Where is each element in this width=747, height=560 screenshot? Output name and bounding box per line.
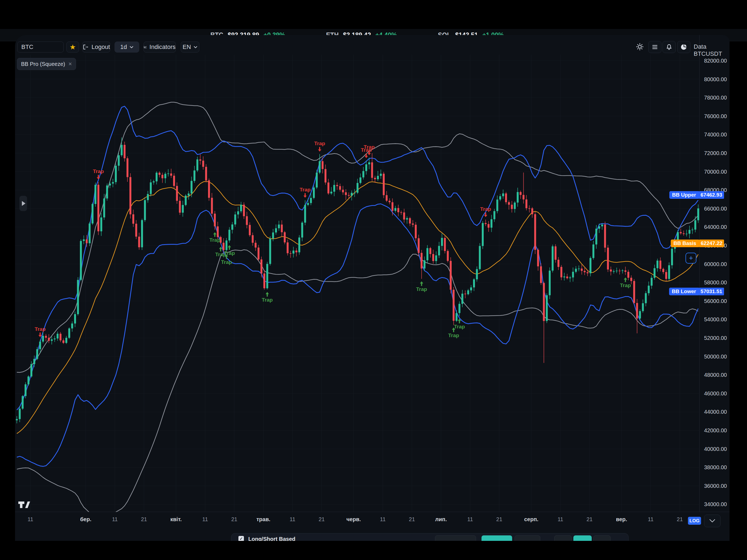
- favorite-star-button[interactable]: ★: [67, 42, 79, 52]
- language-value: EN: [183, 44, 191, 51]
- bb-lower-tag-value: 57031.51: [699, 288, 724, 295]
- svg-text:50000.00: 50000.00: [704, 354, 727, 360]
- svg-text:Trap: Trap: [480, 206, 491, 212]
- chart-line-icon: [144, 45, 147, 50]
- svg-text:21: 21: [318, 516, 325, 522]
- logout-button[interactable]: Logout: [82, 42, 110, 52]
- svg-text:34000.00: 34000.00: [704, 501, 727, 507]
- svg-text:60000.00: 60000.00: [704, 261, 727, 267]
- trading-app-window: TrapTrapTrapTrapTrapTrapTrapTrapTrapTrap…: [15, 35, 729, 541]
- strategy-button-6[interactable]: [593, 535, 611, 541]
- strategy-button-2[interactable]: [482, 535, 512, 541]
- svg-text:44000.00: 44000.00: [704, 409, 727, 415]
- bb-lower-tag-label: BB Lower: [669, 288, 699, 295]
- indicator-chip-label: BB Pro (Squeeze): [21, 61, 65, 67]
- svg-text:21: 21: [496, 516, 502, 522]
- svg-text:46000.00: 46000.00: [704, 390, 727, 397]
- strategy-button-1[interactable]: [435, 535, 476, 541]
- svg-text:Trap: Trap: [209, 237, 221, 243]
- bb-upper-price-tag: BB Upper 67462.93: [669, 191, 724, 199]
- bb-basis-price-tag: BB Basis 62247.22: [671, 239, 724, 247]
- svg-text:серп.: серп.: [524, 516, 538, 522]
- svg-text:21: 21: [231, 516, 237, 522]
- svg-text:54000.00: 54000.00: [704, 316, 727, 322]
- bb-basis-tag-value: 62247.22: [699, 239, 724, 247]
- svg-text:Trap: Trap: [93, 169, 104, 174]
- svg-text:Trap: Trap: [416, 286, 427, 292]
- hamburger-icon: [652, 45, 658, 49]
- timeframe-select[interactable]: 1d: [114, 42, 139, 52]
- svg-text:66000.00: 66000.00: [704, 206, 727, 212]
- svg-text:11: 11: [28, 516, 33, 522]
- bb-upper-tag-label: BB Upper: [669, 191, 699, 199]
- indicator-chip-bb-pro-squeeze[interactable]: BB Pro (Squeeze) ×: [17, 58, 76, 70]
- svg-text:11: 11: [202, 516, 208, 522]
- svg-text:21: 21: [141, 516, 147, 522]
- price-chart[interactable]: TrapTrapTrapTrapTrapTrapTrapTrapTrapTrap…: [15, 35, 729, 541]
- indicators-label: Indicators: [150, 44, 176, 51]
- svg-text:78000.00: 78000.00: [704, 95, 727, 101]
- svg-text:40000.00: 40000.00: [704, 446, 727, 452]
- logout-label: Logout: [92, 44, 110, 51]
- svg-text:11: 11: [648, 516, 653, 522]
- tradingview-logo[interactable]: [18, 500, 30, 509]
- svg-text:70000.00: 70000.00: [704, 169, 727, 175]
- strategy-checkbox[interactable]: ✓: [238, 536, 244, 541]
- bb-lower-price-tag: BB Lower 57031.51: [669, 288, 724, 295]
- svg-text:Trap: Trap: [620, 282, 631, 288]
- symbol-search-value: BTC: [21, 44, 33, 51]
- svg-text:Trap: Trap: [448, 332, 459, 338]
- svg-text:72000.00: 72000.00: [704, 150, 727, 156]
- svg-text:56000.00: 56000.00: [704, 298, 727, 304]
- chevron-down-icon: [130, 46, 133, 48]
- menu-button[interactable]: [648, 41, 662, 53]
- svg-text:бер.: бер.: [80, 516, 91, 522]
- check-icon: ✓: [239, 536, 243, 541]
- svg-text:21: 21: [677, 516, 683, 522]
- log-scale-button[interactable]: LOG: [688, 517, 701, 525]
- indicators-button[interactable]: Indicators: [144, 42, 176, 52]
- svg-text:74000.00: 74000.00: [704, 131, 727, 137]
- svg-text:42000.00: 42000.00: [704, 427, 727, 433]
- notifications-button[interactable]: [663, 41, 676, 53]
- svg-text:11: 11: [380, 516, 386, 522]
- symbol-search-input[interactable]: BTC: [17, 42, 64, 52]
- svg-text:Trap: Trap: [35, 326, 46, 332]
- svg-text:64000.00: 64000.00: [704, 224, 727, 230]
- svg-text:21: 21: [587, 516, 593, 522]
- svg-text:Trap: Trap: [364, 144, 375, 150]
- pie-chart-icon: [680, 44, 687, 50]
- collapse-panel-button[interactable]: [704, 515, 720, 527]
- svg-text:11: 11: [112, 516, 118, 522]
- svg-text:квіт.: квіт.: [170, 516, 182, 522]
- bell-icon: [666, 44, 672, 50]
- strategy-button-3[interactable]: [515, 535, 540, 541]
- svg-text:вер.: вер.: [616, 516, 627, 522]
- strategy-button-5[interactable]: [573, 535, 592, 541]
- sun-icon: [636, 43, 644, 51]
- svg-text:Trap: Trap: [262, 297, 273, 303]
- svg-text:52000.00: 52000.00: [704, 335, 727, 341]
- svg-text:лип.: лип.: [435, 516, 447, 522]
- svg-text:Trap: Trap: [221, 259, 232, 265]
- data-feed-label: Data BTCUSDT: [694, 43, 729, 57]
- svg-text:Trap: Trap: [314, 141, 325, 146]
- bb-basis-tag-label: BB Basis: [671, 239, 699, 247]
- close-icon[interactable]: ×: [68, 60, 72, 68]
- portfolio-button[interactable]: [677, 41, 690, 53]
- add-order-plus-button[interactable]: +: [686, 253, 696, 263]
- svg-text:36000.00: 36000.00: [704, 483, 727, 489]
- star-icon: ★: [70, 43, 76, 51]
- strategy-button-4[interactable]: [554, 535, 572, 541]
- language-select[interactable]: EN: [181, 42, 199, 52]
- svg-text:трав.: трав.: [256, 516, 271, 522]
- svg-text:58000.00: 58000.00: [704, 279, 727, 285]
- svg-text:82000.00: 82000.00: [704, 58, 727, 64]
- theme-toggle-button[interactable]: [634, 41, 646, 52]
- svg-text:21: 21: [409, 516, 415, 522]
- replay-play-button[interactable]: [19, 196, 27, 211]
- play-icon: [22, 201, 25, 206]
- chevron-down-icon: [194, 46, 198, 48]
- svg-text:Trap: Trap: [300, 187, 311, 193]
- chevron-down-icon: [709, 519, 716, 523]
